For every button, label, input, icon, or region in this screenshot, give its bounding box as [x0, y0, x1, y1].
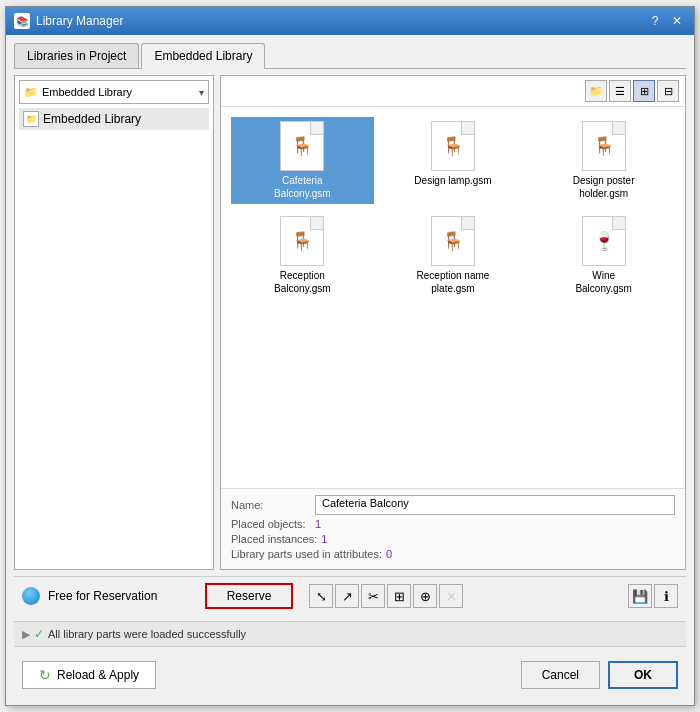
- placed-objects-value: 1: [315, 518, 321, 530]
- dropdown-label: Embedded Library: [42, 86, 195, 98]
- ok-button[interactable]: OK: [608, 661, 678, 689]
- title-bar-controls: ? ✕: [646, 13, 686, 29]
- status-arrow-icon: ▶: [22, 628, 30, 641]
- bottom-right: Cancel OK: [521, 661, 678, 689]
- reload-icon: ↻: [39, 667, 51, 683]
- file-inner-icon-1: 🪑: [442, 135, 464, 157]
- place-icon-btn[interactable]: ↗: [335, 584, 359, 608]
- library-parts-value: 0: [386, 548, 392, 560]
- status-label: Free for Reservation: [48, 589, 197, 603]
- file-item-4[interactable]: 🪑 Reception name plate.gsm: [382, 212, 525, 299]
- main-area: 📁 Embedded Library ▾ 📁 Embedded Library …: [14, 75, 686, 570]
- view-folders-btn[interactable]: 📁: [585, 80, 607, 102]
- file-inner-icon-4: 🪑: [442, 230, 464, 252]
- tab-embedded-library[interactable]: Embedded Library: [141, 43, 265, 69]
- file-item-0[interactable]: 🪑 Cafeteria Balcony.gsm: [231, 117, 374, 204]
- info-row-placed-instances: Placed instances: 1: [231, 533, 675, 545]
- file-label-0: Cafeteria Balcony.gsm: [262, 174, 342, 200]
- status-bar: ▶ ✓ All library parts were loaded succes…: [14, 621, 686, 647]
- title-bar: 📚 Library Manager ? ✕: [6, 7, 694, 35]
- placed-objects-label: Placed objects:: [231, 518, 311, 530]
- reload-apply-button[interactable]: ↻ Reload & Apply: [22, 661, 156, 689]
- file-inner-icon-3: 🪑: [291, 230, 313, 252]
- file-icon-3: 🪑: [280, 216, 324, 266]
- bottom-bar: ↻ Reload & Apply Cancel OK: [14, 653, 686, 697]
- group-icon-btn[interactable]: ⊞: [387, 584, 411, 608]
- info-row-placed-objects: Placed objects: 1: [231, 518, 675, 530]
- window-icon: 📚: [14, 13, 30, 29]
- file-inner-icon-2: 🪑: [593, 135, 615, 157]
- content-area: Libraries in Project Embedded Library 📁 …: [6, 35, 694, 705]
- view-large-btn[interactable]: ⊟: [657, 80, 679, 102]
- right-panel: 📁 ☰ ⊞ ⊟ 🪑 Cafeteria Balcony.gsm: [220, 75, 686, 570]
- bottom-icons: 💾 ℹ: [628, 584, 678, 608]
- file-icon-4: 🪑: [431, 216, 475, 266]
- name-value: Cafeteria Balcony: [315, 495, 675, 515]
- help-button[interactable]: ?: [646, 13, 664, 29]
- file-item-5[interactable]: 🍷 Wine Balcony.gsm: [532, 212, 675, 299]
- info-panel: Name: Cafeteria Balcony Placed objects: …: [221, 488, 685, 569]
- reload-label: Reload & Apply: [57, 668, 139, 682]
- file-icon-5: 🍷: [582, 216, 626, 266]
- library-parts-label: Library parts used in attributes:: [231, 548, 382, 560]
- info-row-library-parts: Library parts used in attributes: 0: [231, 548, 675, 560]
- tree-item-embedded-library[interactable]: 📁 Embedded Library: [19, 108, 209, 130]
- status-circle-icon: [22, 587, 40, 605]
- status-check-icon: ✓: [34, 627, 44, 641]
- library-dropdown[interactable]: 📁 Embedded Library ▾: [19, 80, 209, 104]
- tree-item-icon: 📁: [23, 111, 39, 127]
- cancel-button[interactable]: Cancel: [521, 661, 600, 689]
- file-item-1[interactable]: 🪑 Design lamp.gsm: [382, 117, 525, 204]
- edit-icon-btn[interactable]: ✂: [361, 584, 385, 608]
- remove-icon-btn[interactable]: ✕: [439, 584, 463, 608]
- left-panel: 📁 Embedded Library ▾ 📁 Embedded Library: [14, 75, 214, 570]
- tabs-row: Libraries in Project Embedded Library: [14, 43, 686, 69]
- name-label: Name:: [231, 499, 311, 511]
- toolbar-icons: ⤡ ↗ ✂ ⊞ ⊕ ✕: [309, 584, 463, 608]
- tree-item-label: Embedded Library: [43, 112, 141, 126]
- file-label-3: Reception Balcony.gsm: [262, 269, 342, 295]
- reserve-bar: Free for Reservation Reserve ⤡ ↗ ✂ ⊞ ⊕ ✕…: [14, 576, 686, 615]
- file-inner-icon-0: 🪑: [291, 135, 313, 157]
- view-list-btn[interactable]: ☰: [609, 80, 631, 102]
- add-icon-btn[interactable]: ⊕: [413, 584, 437, 608]
- close-button[interactable]: ✕: [668, 13, 686, 29]
- file-icon-2: 🪑: [582, 121, 626, 171]
- placed-instances-label: Placed instances:: [231, 533, 317, 545]
- dropdown-arrow-icon: ▾: [199, 87, 204, 98]
- file-label-2: Design poster holder.gsm: [564, 174, 644, 200]
- file-label-1: Design lamp.gsm: [414, 174, 491, 187]
- tab-libraries-in-project[interactable]: Libraries in Project: [14, 43, 139, 68]
- open-icon-btn[interactable]: ⤡: [309, 584, 333, 608]
- placed-instances-value: 1: [321, 533, 327, 545]
- file-icon-0: 🪑: [280, 121, 324, 171]
- right-toolbar: 📁 ☰ ⊞ ⊟: [221, 76, 685, 107]
- window-title: Library Manager: [36, 14, 123, 28]
- file-label-5: Wine Balcony.gsm: [564, 269, 644, 295]
- file-label-4: Reception name plate.gsm: [413, 269, 493, 295]
- save-icon-btn[interactable]: 💾: [628, 584, 652, 608]
- file-item-2[interactable]: 🪑 Design poster holder.gsm: [532, 117, 675, 204]
- reserve-button[interactable]: Reserve: [205, 583, 294, 609]
- info-row-name: Name: Cafeteria Balcony: [231, 495, 675, 515]
- file-icon-1: 🪑: [431, 121, 475, 171]
- view-grid-btn[interactable]: ⊞: [633, 80, 655, 102]
- title-bar-left: 📚 Library Manager: [14, 13, 123, 29]
- status-text: All library parts were loaded successful…: [48, 628, 246, 640]
- info-icon-btn[interactable]: ℹ: [654, 584, 678, 608]
- library-manager-window: 📚 Library Manager ? ✕ Libraries in Proje…: [5, 6, 695, 706]
- file-inner-icon-5: 🍷: [593, 230, 615, 252]
- file-grid: 🪑 Cafeteria Balcony.gsm 🪑 Design lamp.gs…: [221, 107, 685, 488]
- file-item-3[interactable]: 🪑 Reception Balcony.gsm: [231, 212, 374, 299]
